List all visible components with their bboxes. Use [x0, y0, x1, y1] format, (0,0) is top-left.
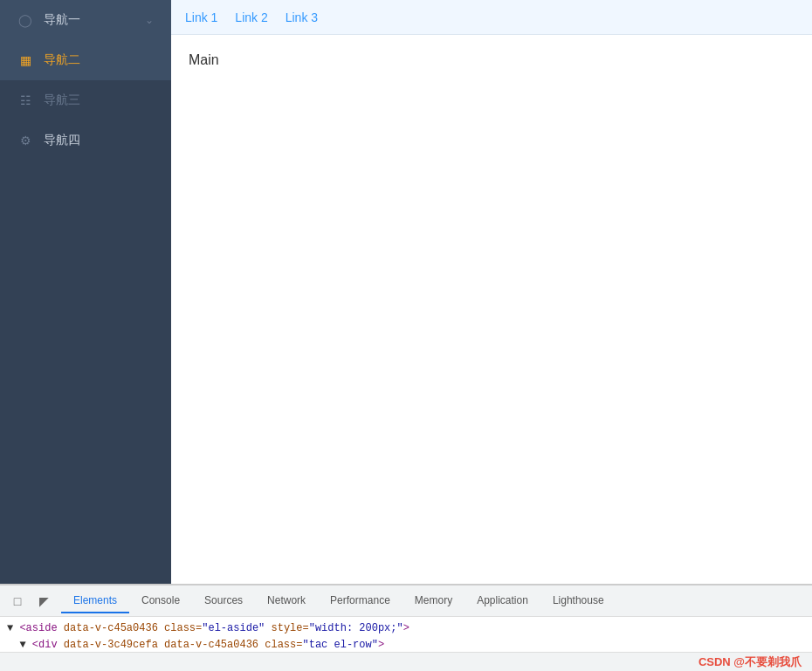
- devtools-tabs: □ ◤ Elements Console Sources Network Per…: [0, 585, 812, 617]
- gear-icon: ⚙: [17, 133, 33, 148]
- grid-icon: ▦: [17, 52, 33, 68]
- nav-link-3[interactable]: Link 3: [286, 10, 318, 24]
- devtools-tab-network[interactable]: Network: [255, 589, 318, 613]
- sidebar-item-label-nav1: 导航一: [44, 12, 80, 28]
- chevron-down-icon: ⌄: [145, 14, 154, 26]
- sidebar-item-label-nav3: 导航三: [44, 92, 80, 108]
- csdn-watermark: CSDN @不要剃我爪: [698, 654, 802, 670]
- sidebar-item-nav1[interactable]: ◯ 导航一 ⌄: [0, 0, 171, 40]
- sidebar-item-nav2[interactable]: ▦ 导航二: [0, 40, 171, 80]
- sidebar-item-nav4[interactable]: ⚙ 导航四: [0, 120, 171, 161]
- sidebar-item-label-nav2: 导航二: [44, 52, 80, 68]
- sidebar: ◯ 导航一 ⌄ ▦ 导航二 ☷ 导航三 ⚙ 导航四: [0, 0, 171, 584]
- location-icon: ◯: [17, 12, 33, 28]
- devtools-tab-lighthouse[interactable]: Lighthouse: [540, 589, 616, 613]
- devtools-tab-performance[interactable]: Performance: [318, 589, 403, 613]
- devtools-tab-sources[interactable]: Sources: [192, 589, 255, 613]
- document-icon: ☷: [17, 92, 33, 108]
- inspect-icon[interactable]: □: [7, 591, 28, 612]
- devtools-bottom-bar: CSDN @不要剃我爪: [0, 652, 812, 671]
- devtools-tab-memory[interactable]: Memory: [403, 589, 464, 613]
- code-line-1: ▼ <aside data-v-c45a0436 class="el-aside…: [7, 620, 805, 637]
- devtools-panel: □ ◤ Elements Console Sources Network Per…: [0, 584, 812, 671]
- devtools-content: ▼ <aside data-v-c45a0436 class="el-aside…: [0, 617, 812, 652]
- devtools-icon-group: □ ◤: [7, 591, 54, 612]
- content-area: Link 1 Link 2 Link 3 Main: [171, 0, 812, 584]
- app-container: ◯ 导航一 ⌄ ▦ 导航二 ☷ 导航三 ⚙ 导航四 Link 1 Link 2 …: [0, 0, 812, 584]
- devtools-tab-elements[interactable]: Elements: [61, 589, 129, 613]
- main-title: Main: [189, 52, 219, 67]
- sidebar-item-nav3: ☷ 导航三: [0, 80, 171, 120]
- code-line-2: ▼ <div data-v-3c49cefa data-v-c45a0436 c…: [7, 637, 805, 652]
- sidebar-item-label-nav4: 导航四: [44, 133, 80, 148]
- device-icon[interactable]: ◤: [33, 591, 54, 612]
- nav-link-1[interactable]: Link 1: [185, 10, 217, 24]
- top-nav: Link 1 Link 2 Link 3: [171, 0, 812, 35]
- nav-link-2[interactable]: Link 2: [235, 10, 267, 24]
- main-content: Main: [171, 35, 812, 584]
- devtools-tab-application[interactable]: Application: [464, 589, 540, 613]
- devtools-tab-console[interactable]: Console: [129, 589, 192, 613]
